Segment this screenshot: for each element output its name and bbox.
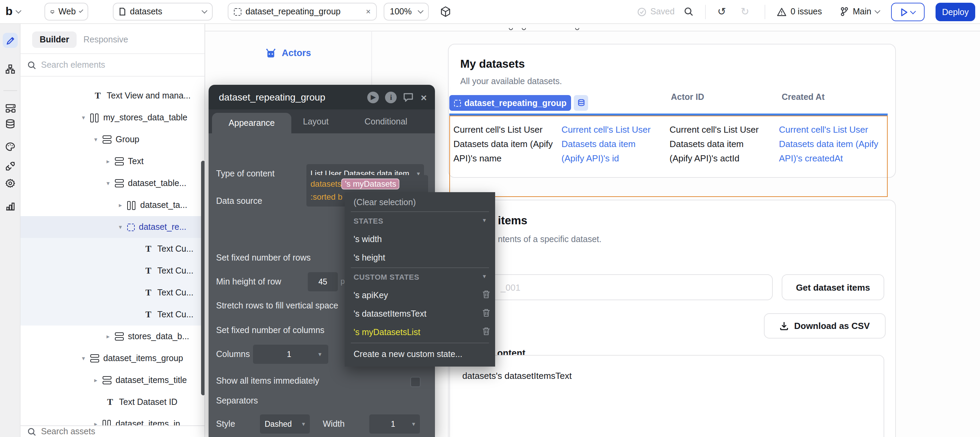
- trash-icon[interactable]: [482, 290, 490, 299]
- menu-section-custom-states[interactable]: CUSTOM STATES: [353, 273, 419, 281]
- caret-right-icon[interactable]: ▸: [105, 158, 111, 165]
- menu-item-width-state[interactable]: 's width: [353, 235, 382, 244]
- separator-style-select[interactable]: Dashed▾: [260, 415, 310, 434]
- menu-item-datasetitemstext-state[interactable]: 's datasetItemsText: [353, 309, 426, 319]
- deploy-button[interactable]: Deploy: [935, 3, 975, 21]
- tree-item-text-cu[interactable]: TText Cu...: [21, 282, 205, 304]
- preview-element-icon[interactable]: ▶: [367, 91, 379, 103]
- caret-right-icon[interactable]: ▸: [93, 377, 99, 384]
- separator-width-select[interactable]: 1▾: [369, 415, 420, 434]
- tree-scrollbar[interactable]: [201, 161, 205, 395]
- inspector-header[interactable]: dataset_repeating_group ▶ i ×: [208, 85, 435, 110]
- warning-triangle-icon: [777, 7, 786, 16]
- workflow-tab-button[interactable]: [3, 62, 18, 76]
- menu-item-height-state[interactable]: 's height: [353, 253, 385, 262]
- search-elements-input[interactable]: [41, 60, 178, 70]
- show-all-checkbox[interactable]: [410, 377, 421, 387]
- search-button[interactable]: [684, 3, 694, 21]
- tree-item-dataset-items-group[interactable]: ▾dataset_items_group: [21, 347, 205, 369]
- tab-responsive[interactable]: Responsive: [83, 35, 128, 44]
- selected-cell-outline[interactable]: Current cell's List User Datasets data i…: [449, 116, 888, 197]
- columns-label: Columns: [216, 350, 250, 359]
- tree-item-dataset-table[interactable]: ▾dataset_table...: [21, 172, 205, 194]
- undo-button[interactable]: ↺: [718, 3, 726, 21]
- caret-down-icon[interactable]: ▾: [93, 136, 99, 143]
- menu-item-clear-selection[interactable]: (Clear selection): [353, 198, 416, 207]
- tree-item-text-dataset-id[interactable]: TText Dataset ID: [21, 391, 205, 413]
- menu-item-mydatasetslist-state[interactable]: 's myDatasetsList: [353, 327, 420, 337]
- dataset-id-input[interactable]: _001: [453, 274, 773, 300]
- robot-actor-icon: [265, 49, 276, 57]
- platform-select[interactable]: Web: [45, 3, 88, 21]
- caret-down-icon[interactable]: ▾: [105, 180, 111, 187]
- element-search[interactable]: [21, 54, 205, 76]
- comment-bubble-icon[interactable]: [403, 92, 414, 102]
- tab-builder[interactable]: Builder: [32, 32, 76, 48]
- left-icon-rail: [0, 24, 21, 437]
- tree-item-stores-data-b[interactable]: ▸stores_data_b...: [21, 326, 205, 347]
- top-toolbar: b Web datasets dataset_repeating_group ×…: [0, 0, 980, 24]
- tree-item-text-cu[interactable]: TText Cu...: [21, 304, 205, 326]
- tree-item-text-cu[interactable]: TText Cu...: [21, 260, 205, 282]
- tree-item-dataset-items-in[interactable]: ▸dataset_items_in...: [21, 413, 205, 425]
- logs-tab-button[interactable]: [3, 198, 18, 213]
- page-select[interactable]: datasets: [113, 3, 213, 21]
- tree-item-dataset-repeating-group-selected[interactable]: ▾dataset_re...: [21, 216, 205, 238]
- component-library-button[interactable]: [441, 3, 451, 21]
- menu-section-states[interactable]: STATES: [353, 217, 383, 225]
- tree-item-text-view[interactable]: TText View and mana...: [21, 85, 205, 107]
- cell-dataset-actid[interactable]: Current cell's List User Datasets data i…: [670, 122, 767, 165]
- redo-button[interactable]: ↻: [741, 3, 749, 21]
- tree-item-text-datasets[interactable]: TText Datasets: [21, 76, 205, 85]
- cell-dataset-createdat[interactable]: Current cell's List User Datasets data i…: [779, 122, 884, 165]
- group-element-icon: [103, 135, 111, 144]
- get-dataset-items-button[interactable]: Get dataset items: [782, 274, 884, 300]
- info-icon[interactable]: i: [385, 91, 397, 103]
- menu-item-apikey-state[interactable]: 's apiKey: [353, 291, 388, 300]
- trash-icon[interactable]: [482, 308, 490, 317]
- trash-icon[interactable]: [482, 327, 490, 336]
- preview-button[interactable]: [891, 3, 924, 21]
- tab-conditional[interactable]: Conditional: [364, 110, 407, 133]
- assets-search[interactable]: [21, 425, 205, 437]
- tab-appearance[interactable]: Appearance: [212, 113, 291, 133]
- caret-down-icon[interactable]: ▾: [81, 114, 86, 121]
- settings-tab-button[interactable]: [3, 176, 18, 191]
- search-assets-input[interactable]: [41, 427, 178, 436]
- caret-right-icon[interactable]: ▸: [93, 421, 99, 425]
- plugins-tab-button[interactable]: [3, 159, 18, 174]
- element-tab[interactable]: dataset_repeating_group ×: [228, 3, 377, 21]
- selected-element-badge[interactable]: dataset_repeating_group: [449, 95, 589, 111]
- min-height-input[interactable]: 45: [308, 272, 338, 291]
- tree-item-dataset-ta[interactable]: ▸dataset_ta...: [21, 194, 205, 216]
- tree-item-text-cu[interactable]: TText Cu...: [21, 238, 205, 260]
- branch-select[interactable]: Main: [840, 3, 880, 21]
- sidebar-item-actors[interactable]: Actors: [265, 48, 311, 58]
- cell-dataset-id[interactable]: Current cell's List User Datasets data i…: [562, 122, 659, 165]
- tree-item-group[interactable]: ▾Group: [21, 129, 205, 151]
- data-source-chip[interactable]: [574, 95, 589, 111]
- download-csv-button[interactable]: Download as CSV: [764, 313, 886, 338]
- columns-select[interactable]: 1▾: [253, 345, 328, 364]
- caret-down-icon[interactable]: ▾: [81, 355, 86, 362]
- cell-dataset-name[interactable]: Current cell's List User Datasets data i…: [453, 122, 562, 165]
- close-icon[interactable]: ×: [366, 7, 371, 16]
- tree-item-dataset-items-title[interactable]: ▸dataset_items_title: [21, 369, 205, 391]
- tree-item-text-group[interactable]: ▸Text: [21, 151, 205, 172]
- caret-right-icon[interactable]: ▸: [105, 333, 111, 340]
- tree-item-my-stores-data-table[interactable]: ▾my_stores_data_table: [21, 107, 205, 129]
- close-icon[interactable]: ×: [421, 91, 427, 103]
- caret-right-icon[interactable]: ▸: [118, 202, 123, 208]
- styles-tab-button[interactable]: [3, 139, 18, 154]
- app-logo-menu[interactable]: b: [5, 3, 21, 21]
- zoom-select[interactable]: 100%: [383, 3, 429, 21]
- design-tab-button[interactable]: [3, 33, 18, 48]
- issues-indicator[interactable]: 0 issues: [777, 3, 822, 21]
- text-element-icon: T: [144, 265, 153, 276]
- caret-down-icon[interactable]: ▾: [118, 224, 123, 230]
- components-tab-button[interactable]: [3, 100, 18, 116]
- menu-item-create-custom-state[interactable]: Create a new custom state...: [353, 350, 462, 359]
- data-tab-button[interactable]: [3, 116, 18, 131]
- selected-expression-token[interactable]: 's myDatasets: [342, 178, 400, 189]
- tab-layout[interactable]: Layout: [303, 110, 329, 133]
